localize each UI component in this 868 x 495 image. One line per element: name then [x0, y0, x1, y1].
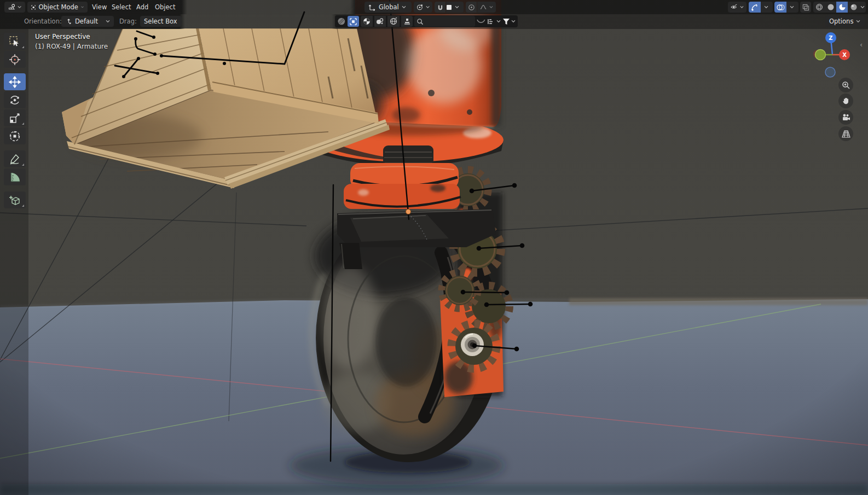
asset-search-input[interactable]	[424, 16, 473, 27]
chevron-down-icon	[860, 5, 865, 9]
asset-type-scene-button[interactable]	[374, 16, 386, 27]
pan-button[interactable]	[838, 94, 853, 108]
xray-icon	[802, 4, 809, 11]
shading-solid-button[interactable]	[825, 2, 836, 13]
sidebar-collapse-arrow[interactable]: ‹	[860, 40, 863, 49]
gizmo-axis-y[interactable]	[815, 50, 826, 60]
asset-search-box[interactable]	[414, 16, 475, 27]
rendered-sphere-icon	[850, 3, 858, 11]
gizmo-axis-neg-z[interactable]	[825, 67, 835, 77]
tool-cursor[interactable]	[4, 51, 26, 68]
blender-window: Object Mode View Select Add Object Globa…	[0, 0, 868, 495]
navigation-gizmo[interactable]: Z X	[809, 30, 864, 85]
active-object-label: (1) ROX-49 | Armature	[35, 42, 108, 51]
orientation-axes-icon	[368, 4, 376, 11]
camera-icon	[842, 114, 850, 121]
overlays-icon	[777, 4, 785, 11]
snap-with-dropdown[interactable]	[446, 2, 464, 13]
toggle-ortho-button[interactable]	[838, 126, 853, 141]
zoom-button[interactable]	[838, 78, 853, 92]
tool-move[interactable]	[4, 73, 26, 90]
display-mode-dropdown[interactable]	[487, 18, 501, 25]
magnet-icon	[437, 4, 444, 11]
sort-curve-icon[interactable]	[477, 19, 485, 24]
drag-mode-dropdown[interactable]: Select Box	[140, 16, 182, 27]
chevron-down-icon	[18, 5, 21, 9]
gizmo-z-label: Z	[829, 35, 832, 41]
proportional-editing-toggle[interactable]	[466, 2, 477, 13]
tool-orientation-value: Default	[75, 18, 98, 25]
solid-sphere-icon	[827, 3, 835, 11]
snap-toggle[interactable]	[435, 2, 445, 13]
brush-stamp-icon	[403, 18, 411, 25]
gizmo-x-label: X	[842, 52, 847, 58]
asset-type-material-button[interactable]	[361, 16, 373, 27]
xray-toggle[interactable]	[800, 2, 811, 13]
drag-caption: Drag:	[119, 16, 137, 27]
scene-spheres-icon	[376, 18, 384, 25]
object-visibility-dropdown[interactable]	[728, 2, 747, 13]
show-gizmo-toggle[interactable]	[749, 2, 761, 13]
list-display-icon	[487, 18, 495, 25]
shading-rendered-button[interactable]	[848, 2, 859, 13]
model-icon	[350, 18, 357, 25]
vignette	[0, 0, 868, 495]
tool-select-box[interactable]	[4, 33, 26, 50]
tool-add-cube[interactable]	[4, 191, 26, 208]
filter-funnel-icon	[502, 18, 510, 25]
tool-settings-bar: Orientation: Default Drag: Select Box	[0, 14, 868, 29]
chevron-down-icon	[455, 5, 459, 9]
proportional-falloff-dropdown[interactable]	[477, 2, 496, 13]
gizmo-chevron[interactable]	[761, 2, 772, 13]
tool-annotate[interactable]	[4, 150, 26, 167]
toolbar	[0, 29, 28, 495]
filter-dropdown[interactable]	[502, 18, 516, 25]
asset-type-brush-button[interactable]	[401, 16, 413, 27]
shading-wireframe-button[interactable]	[813, 2, 825, 13]
gizmos-dropdown[interactable]	[749, 2, 773, 13]
editor-type-button[interactable]	[4, 2, 25, 13]
tool-scale[interactable]	[4, 109, 26, 126]
mode-dropdown[interactable]: Object Mode	[27, 2, 88, 13]
tool-rotate[interactable]	[4, 91, 26, 108]
menu-select[interactable]: Select	[109, 2, 133, 13]
shading-material-button[interactable]	[836, 2, 848, 13]
viewport-projection-label: User Perspective	[35, 32, 108, 42]
viewport-canvas[interactable]	[0, 0, 868, 495]
chevron-down-icon	[856, 20, 860, 23]
camera-view-button[interactable]	[838, 110, 853, 125]
chevron-down-icon	[402, 5, 406, 9]
options-dropdown[interactable]: Options	[825, 16, 865, 27]
object-mode-icon	[31, 4, 36, 11]
snap-increment-icon	[446, 4, 452, 10]
asset-type-hdr-button[interactable]	[387, 16, 400, 27]
options-label: Options	[829, 18, 853, 25]
overlays-chevron[interactable]	[786, 2, 797, 13]
tool-orientation-dropdown[interactable]: Default	[61, 16, 114, 27]
show-overlays-toggle[interactable]	[774, 2, 786, 13]
viewport-header: Object Mode View Select Add Object Globa…	[0, 0, 868, 14]
3d-viewport-editor-icon	[8, 3, 16, 11]
chevron-down-icon	[81, 5, 84, 9]
zoom-icon	[842, 81, 850, 89]
perspective-grid-icon	[842, 130, 850, 138]
chevron-down-icon	[106, 20, 110, 23]
menu-object[interactable]: Object	[153, 2, 177, 13]
drag-mode-value: Select Box	[144, 18, 177, 25]
menu-view[interactable]: View	[90, 2, 109, 13]
chevron-down-icon	[426, 5, 430, 9]
overlays-dropdown[interactable]	[774, 2, 798, 13]
tool-measure[interactable]	[4, 168, 26, 185]
viewport-info-overlay: User Perspective (1) ROX-49 | Armature	[35, 32, 108, 51]
gizmo-icon	[751, 4, 759, 11]
menu-add[interactable]: Add	[134, 2, 151, 13]
chevron-down-icon	[764, 5, 768, 9]
transform-orientation-dropdown[interactable]: Global	[364, 2, 412, 13]
material-sphere-icon	[363, 18, 371, 25]
chevron-down-icon	[511, 20, 516, 23]
pivot-point-dropdown[interactable]	[414, 2, 432, 13]
shading-chevron[interactable]	[859, 2, 866, 13]
tool-transform[interactable]	[4, 127, 26, 144]
asset-logo-icon	[337, 17, 346, 26]
asset-type-model-button[interactable]	[348, 16, 360, 27]
